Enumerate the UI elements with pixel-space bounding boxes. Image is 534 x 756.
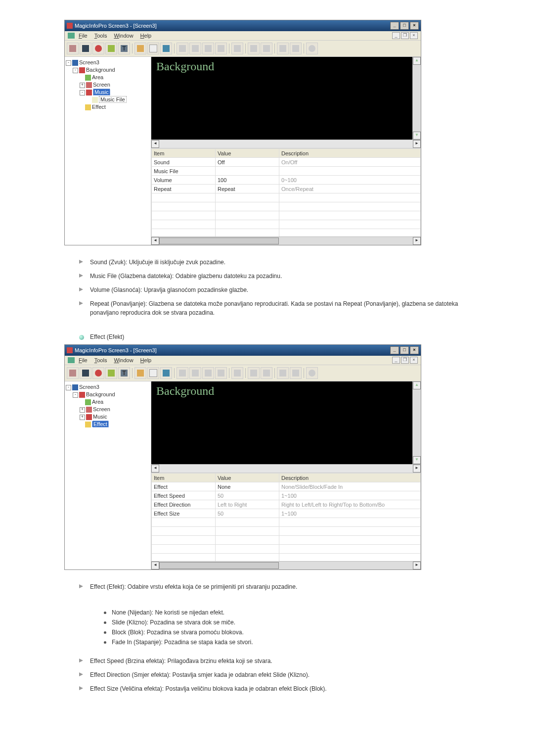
table-row[interactable]: Effect DirectionLeft to RightRight to Le… [152,500,421,509]
tb-13[interactable] [231,367,243,379]
tb-14[interactable] [248,367,260,379]
preview-scroll-h[interactable]: ◄ ► [151,140,421,148]
col-value[interactable]: Value [216,149,279,158]
mdi-close[interactable]: × [410,32,418,39]
maximize-button[interactable]: □ [400,346,409,354]
tree-panel[interactable]: -Screen3 -Background Area +Screen -Music… [65,57,151,245]
tb-13[interactable] [231,43,243,54]
table-row[interactable]: Effect Size501~100 [152,509,421,518]
menu-help[interactable]: Help [137,357,155,364]
minimize-button[interactable]: _ [390,22,399,30]
menu-file[interactable]: File [76,357,90,364]
menu-help[interactable]: Help [137,32,155,39]
tb-9[interactable] [177,43,188,54]
tb-7[interactable] [147,43,159,54]
tb-12[interactable] [215,43,227,54]
tb-5[interactable]: T [118,367,130,379]
tree-effect[interactable]: Effect [92,421,109,427]
tb-4[interactable] [105,43,117,54]
tb-redo[interactable] [290,43,302,54]
tree-area[interactable]: Area [92,74,103,80]
col-item[interactable]: Item [152,473,216,482]
tree-area[interactable]: Area [92,399,103,405]
mdi-min[interactable]: _ [392,32,400,39]
tree-panel[interactable]: -Screen3 -Background Area +Screen +Music… [65,381,151,569]
tb-info[interactable] [306,367,318,379]
tb-undo[interactable] [277,43,289,54]
property-grid[interactable]: Item Value Description EffectNoneNone/Sl… [151,472,421,561]
tb-3[interactable] [92,367,104,379]
list-item: Slide (Klizno): Pozadina se stvara dok s… [104,617,470,627]
tree-root[interactable]: Screen3 [79,59,99,65]
tb-1[interactable] [67,43,79,54]
mdi-close[interactable]: × [410,357,418,364]
col-desc[interactable]: Description [279,473,421,482]
tb-2[interactable] [80,367,91,379]
maximize-button[interactable]: □ [400,22,409,30]
table-row[interactable]: Music File [152,167,421,176]
mdi-restore[interactable]: ❐ [401,357,409,364]
table-row[interactable]: Effect Speed501~100 [152,491,421,500]
minimize-button[interactable]: _ [390,346,399,354]
preview-scroll-v[interactable]: ▲ ▼ [412,381,421,464]
tb-14[interactable] [248,43,260,54]
tb-5[interactable]: T [118,43,130,54]
menu-tools[interactable]: Tools [91,32,110,39]
menu-window[interactable]: Window [111,357,136,364]
close-button[interactable]: × [410,346,419,354]
preview-scroll-v[interactable]: ▲ ▼ [412,57,421,140]
tb-9[interactable] [177,367,188,379]
tree-music-file[interactable]: Music File [99,96,127,103]
tb-10[interactable] [189,43,201,54]
titlebar[interactable]: MagicInfoPro Screen3 - [Screen3] _ □ × [65,20,421,31]
mdi-restore[interactable]: ❐ [401,32,409,39]
menu-tools[interactable]: Tools [91,357,110,364]
table-row[interactable]: Volume1000~100 [152,176,421,185]
tb-8[interactable] [160,367,172,379]
tree-root[interactable]: Screen3 [79,384,99,390]
tree-music[interactable]: Music [93,414,107,420]
tb-6[interactable] [134,43,146,54]
tb-15[interactable] [261,367,272,379]
menu-file[interactable]: File [76,32,90,39]
tree-music[interactable]: Music [93,89,110,95]
menu-window[interactable]: Window [111,32,136,39]
tree-background[interactable]: Background [86,391,115,397]
tb-10[interactable] [189,367,201,379]
tb-8[interactable] [160,43,172,54]
tb-6[interactable] [134,367,146,379]
tree-background[interactable]: Background [86,67,115,73]
tb-15[interactable] [261,43,272,54]
table-row[interactable]: EffectNoneNone/Slide/Block/Fade In [152,482,421,491]
tree-screen[interactable]: Screen [93,82,110,88]
tb-12[interactable] [215,367,227,379]
preview-scroll-h[interactable]: ◄ ► [151,464,421,472]
tb-11[interactable] [202,43,214,54]
tb-redo[interactable] [290,367,302,379]
menubar: File Tools Window Help _ ❐ × [65,31,421,41]
list-item: Effect Speed (Brzina efekta): Prilagođav… [79,654,470,668]
property-grid[interactable]: Item Value Description SoundOffOn/OffMus… [151,148,421,236]
close-button[interactable]: × [410,22,419,30]
tree-screen[interactable]: Screen [93,406,110,412]
col-value[interactable]: Value [216,473,279,482]
mdi-min[interactable]: _ [392,357,400,364]
table-row[interactable]: SoundOffOn/Off [152,158,421,167]
list-item: None (Nijedan): Ne koristi se nijedan ef… [104,608,470,617]
tb-3[interactable] [92,43,104,54]
tb-7[interactable] [147,367,159,379]
tb-1[interactable] [67,367,79,379]
tb-2[interactable] [80,43,91,54]
tb-4[interactable] [105,367,117,379]
list-item: Effect (Efekt): Odabire vrstu efekta koj… [79,580,470,594]
col-item[interactable]: Item [152,149,216,158]
tb-11[interactable] [202,367,214,379]
tree-effect[interactable]: Effect [92,104,106,110]
table-row[interactable]: RepeatRepeatOnce/Repeat [152,185,421,193]
grid-scroll-h[interactable]: ◄ ► [151,561,421,569]
tb-undo[interactable] [277,367,289,379]
col-desc[interactable]: Description [279,149,421,158]
titlebar[interactable]: MagicInfoPro Screen3 - [Screen3] _ □ × [65,345,421,356]
tb-info[interactable] [306,43,318,54]
grid-scroll-h[interactable]: ◄ ► [151,236,421,245]
